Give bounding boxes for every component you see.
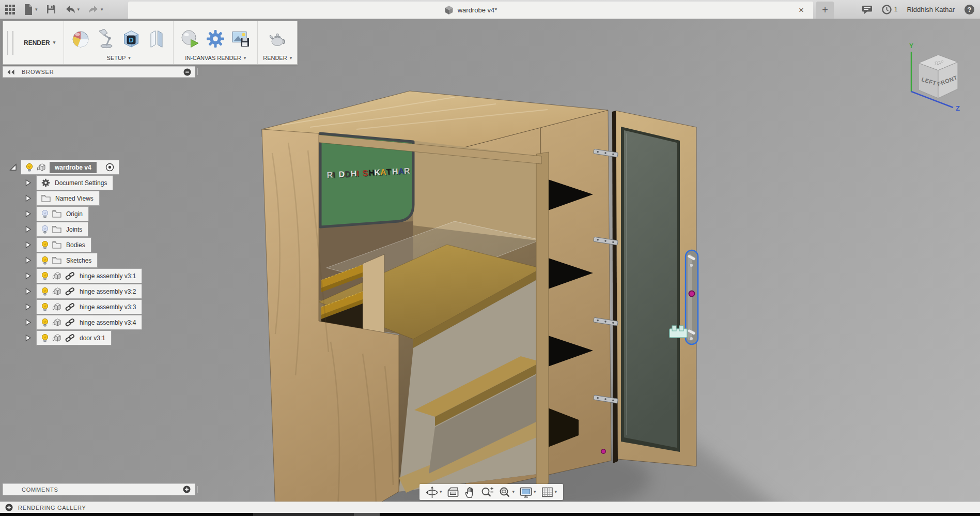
orbit-button[interactable]: ▾: [426, 486, 442, 498]
workspace-switcher[interactable]: RENDER ▾: [15, 21, 64, 64]
viewport-3d[interactable]: RRIIDDDDHHIISSHHKKAATTHHAARR: [0, 19, 980, 502]
document-tab[interactable]: wardrobe v4* ×: [128, 2, 813, 19]
display-settings-button[interactable]: ▾: [519, 486, 536, 498]
bulb-on-icon[interactable]: [41, 287, 49, 296]
expander-collapsed-icon[interactable]: [25, 241, 33, 249]
app-grid-button[interactable]: [5, 5, 15, 14]
browser-item-document-settings[interactable]: Document Settings: [3, 176, 113, 190]
browser-item-chip: hinge assembly v3:2: [37, 284, 142, 298]
folder-icon: [52, 225, 61, 233]
browser-item-hinge-assembly-v3-3[interactable]: hinge assembly v3:3: [3, 300, 142, 314]
caret-down-icon: ▾: [290, 56, 292, 60]
pan-button[interactable]: [464, 486, 476, 498]
bulb-off-icon[interactable]: [41, 225, 49, 234]
plus-circle-icon[interactable]: [5, 504, 13, 511]
toolbar-group-label[interactable]: SETUP▾: [69, 53, 168, 63]
expander-collapsed-icon[interactable]: [25, 194, 33, 202]
wardrobe-model[interactable]: RRIIDDDDHHIISSHHKKAATTHHAARR: [262, 91, 611, 516]
decal-button[interactable]: D: [120, 27, 143, 50]
minimize-icon[interactable]: [183, 68, 191, 76]
mirror-panel[interactable]: [624, 130, 677, 448]
help-icon[interactable]: ?: [964, 4, 975, 15]
browser-item-label: hinge assembly v3:4: [79, 319, 137, 326]
component-icon: [52, 271, 61, 281]
new-tab-button[interactable]: +: [816, 2, 834, 19]
door-component[interactable]: [612, 111, 696, 466]
browser-item-joints[interactable]: Joints: [3, 222, 88, 236]
new-file-button[interactable]: ▾: [23, 4, 38, 16]
toolbar-group-label-text: RENDER: [263, 55, 287, 61]
browser-item-bodies[interactable]: Bodies: [3, 238, 91, 252]
rendering-gallery-bar[interactable]: RENDERING GALLERY: [0, 502, 980, 513]
comments-panel-header[interactable]: COMMENTS: [3, 483, 195, 495]
browser-item-hinge-assembly-v3-4[interactable]: hinge assembly v3:4: [3, 315, 142, 329]
expander-expanded-icon[interactable]: [9, 163, 18, 171]
expander-collapsed-icon[interactable]: [25, 287, 33, 295]
appearance-button[interactable]: [69, 27, 92, 50]
expander-collapsed-icon[interactable]: [25, 225, 33, 233]
browser-item-named-views[interactable]: Named Views: [3, 191, 99, 205]
look-at-button[interactable]: [447, 487, 459, 498]
texture-button[interactable]: [145, 27, 168, 50]
folder-icon: [41, 194, 51, 202]
bulb-on-icon[interactable]: [41, 333, 49, 343]
bulb-on-icon[interactable]: [41, 302, 49, 312]
scene-settings-button[interactable]: [95, 27, 117, 50]
viewcube[interactable]: Y Z TOP LEFT FRONT: [904, 41, 977, 115]
comments-scroll-tick[interactable]: [197, 486, 198, 493]
expander-collapsed-icon[interactable]: [25, 256, 33, 264]
browser-item-hinge-assembly-v3-2[interactable]: hinge assembly v3:2: [3, 284, 142, 298]
bulb-off-icon[interactable]: [41, 209, 49, 219]
board-letter: R: [404, 166, 411, 176]
bulb-on-icon[interactable]: [26, 163, 33, 172]
browser-item-sketches[interactable]: Sketches: [3, 253, 97, 267]
new-file-icon: [23, 4, 34, 16]
bottom-strip: [0, 513, 980, 516]
browser-item-door-v3-1[interactable]: door v3:1: [3, 331, 111, 345]
browser-scroll-tick[interactable]: [197, 68, 198, 75]
expander-collapsed-icon[interactable]: [25, 318, 33, 326]
browser-item-chip: Bodies: [37, 238, 91, 252]
board-letter: D: [345, 170, 351, 179]
browser-panel-header[interactable]: BROWSER: [3, 66, 195, 78]
browser-item-wardrobe-v4[interactable]: wardrobe v4: [3, 160, 119, 174]
close-tab-button[interactable]: ×: [797, 2, 806, 19]
toolbar-grip[interactable]: [7, 31, 13, 55]
bulb-on-icon[interactable]: [41, 256, 49, 265]
capture-image-button[interactable]: [229, 27, 252, 50]
in-canvas-render-button[interactable]: [179, 27, 201, 50]
3d-canvas[interactable]: RRIIDDDDHHIISSHHKKAATTHHAARR: [0, 19, 980, 516]
joint-marker[interactable]: [601, 449, 605, 453]
bulb-on-icon[interactable]: [41, 318, 49, 327]
undo-button[interactable]: ▾: [65, 5, 80, 14]
expander-collapsed-icon[interactable]: [25, 210, 33, 218]
collapse-panel-icon[interactable]: [7, 69, 14, 75]
render-settings-button[interactable]: [204, 27, 227, 50]
expander-collapsed-icon[interactable]: [25, 272, 33, 280]
gear-icon: [41, 178, 50, 187]
bulb-on-icon[interactable]: [41, 240, 49, 250]
radio-icon[interactable]: [105, 163, 114, 172]
job-status-button[interactable]: 1: [882, 5, 898, 14]
browser-item-origin[interactable]: Origin: [3, 207, 88, 221]
caret-down-icon: ▾: [53, 40, 56, 45]
board-letter: D: [338, 170, 345, 179]
plus-circle-icon[interactable]: [183, 485, 191, 493]
bulb-on-icon[interactable]: [41, 271, 49, 281]
expander-collapsed-icon[interactable]: [25, 179, 33, 187]
render-teapot-button[interactable]: [266, 27, 289, 50]
toolbar-group-label[interactable]: IN-CANVAS RENDER▾: [179, 53, 252, 63]
expander-collapsed-icon[interactable]: [25, 303, 33, 311]
zoom-button[interactable]: [480, 486, 494, 498]
rendering-gallery-label: RENDERING GALLERY: [18, 505, 86, 511]
save-button[interactable]: [46, 4, 56, 14]
grid-layout-button[interactable]: ▾: [541, 486, 557, 498]
link-icon: [65, 318, 75, 327]
browser-item-hinge-assembly-v3-1[interactable]: hinge assembly v3:1: [3, 269, 142, 283]
comment-icon[interactable]: [862, 5, 873, 14]
toolbar-group-label[interactable]: RENDER▾: [263, 53, 292, 63]
user-name[interactable]: Riddhish Kathar: [907, 6, 955, 13]
expander-collapsed-icon[interactable]: [25, 334, 33, 342]
redo-button[interactable]: ▾: [88, 5, 103, 14]
fit-button[interactable]: ▾: [499, 486, 515, 498]
